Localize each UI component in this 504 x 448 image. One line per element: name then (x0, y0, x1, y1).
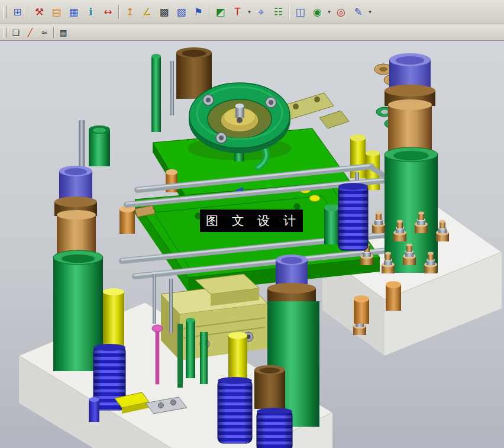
document-edit-icon[interactable]: ✎ (350, 4, 367, 21)
dropdown-arrow-icon[interactable]: ▾ (326, 4, 332, 20)
toolbar-separator (118, 5, 119, 19)
mesh-display-icon[interactable]: ☷ (270, 4, 287, 21)
watermark-label: 图 文 设 计 (200, 210, 303, 232)
information-icon[interactable]: ℹ (82, 4, 99, 21)
main-toolbar: ⊞ ⚒ ▤ ▦ ℹ ↔ ↥ ∠ ▩ ▧ ⚑ ◩ T ▾ ⌖ ☷ ◫ ◉ ▾ ◎ … (0, 0, 504, 24)
text-icon[interactable]: T (229, 4, 246, 21)
visibility-icon[interactable]: ◉ (309, 4, 326, 21)
toolbar-grip[interactable] (3, 5, 7, 18)
export-data-icon[interactable]: ↥ (121, 4, 138, 21)
locating-ring[interactable] (188, 83, 292, 167)
grid-icon[interactable]: ▦ (56, 25, 70, 40)
window-cascade-icon[interactable]: ◫ (292, 4, 309, 21)
cad-application-window: ⊞ ⚒ ▤ ▦ ℹ ↔ ↥ ∠ ▩ ▧ ⚑ ◩ T ▾ ⌖ ☷ ◫ ◉ ▾ ◎ … (0, 0, 504, 448)
3d-viewport[interactable]: 图 文 设 计 (0, 41, 504, 448)
screen-layout-icon[interactable]: ⊞ (9, 4, 26, 21)
display-settings-icon[interactable]: ▦ (65, 4, 82, 21)
annotation-icon[interactable]: ⚑ (190, 4, 207, 21)
draft-analysis-icon[interactable]: ◩ (212, 4, 229, 21)
mold-assembly-model (0, 41, 504, 448)
tools-icon[interactable]: ⚒ (31, 4, 48, 21)
guide-pillar-right[interactable] (385, 53, 438, 273)
studio-spline-icon[interactable]: ≈ (37, 25, 51, 40)
profile-grid-icon[interactable]: ❏ (9, 25, 23, 40)
measure-angle-icon[interactable]: ∠ (138, 4, 156, 21)
measure-distance-icon[interactable]: ↔ (99, 4, 117, 21)
toolbar-separator (209, 5, 210, 19)
toolbar-grip[interactable] (3, 28, 7, 37)
lock-constraint-icon[interactable]: ◎ (332, 4, 350, 21)
toolbar-separator (289, 5, 290, 19)
section-view-icon[interactable]: ▩ (156, 4, 173, 21)
edit-section-icon[interactable]: ▧ (173, 4, 190, 21)
sketch-line-icon[interactable]: ╱ (23, 25, 37, 40)
layer-settings-icon[interactable]: ▤ (48, 4, 65, 21)
toolbar-separator (28, 5, 29, 19)
sketch-toolbar: ❏ ╱ ≈ ▦ (0, 24, 504, 41)
dropdown-arrow-icon[interactable]: ▾ (367, 4, 373, 20)
toolbar-separator (53, 27, 54, 38)
datum-target-icon[interactable]: ⌖ (253, 4, 270, 21)
dropdown-arrow-icon[interactable]: ▾ (246, 4, 253, 20)
